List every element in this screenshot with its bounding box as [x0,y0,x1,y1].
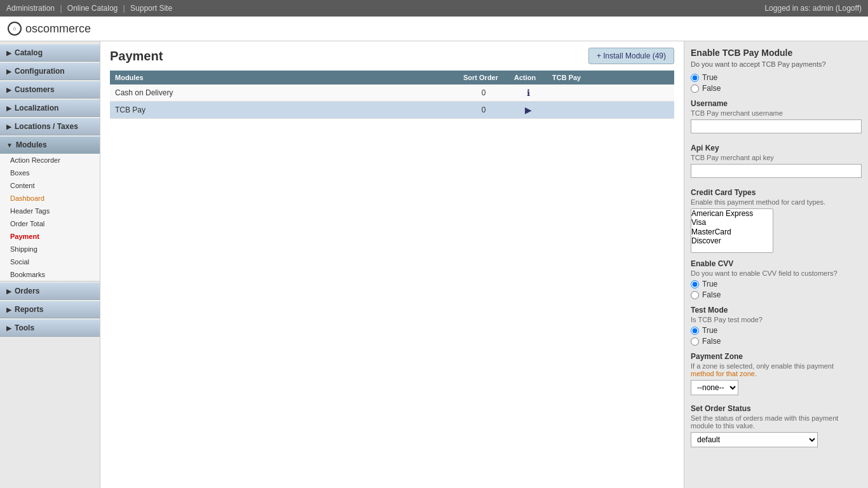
enable-cvv-radio-group: True False [691,280,862,299]
test-mode-false-label[interactable]: False [691,337,862,346]
sidebar-item-reports[interactable]: ▶ Reports [0,301,100,318]
arrow-icon: ▶ [6,68,11,75]
enable-cvv-true-radio[interactable] [691,280,699,288]
payment-zone-select[interactable]: --none-- [691,380,738,395]
nav-online-catalog[interactable]: Online Catalog [67,4,118,13]
sidebar-item-tools[interactable]: ▶ Tools [0,320,100,337]
sidebar-submenu-header-tags[interactable]: Header Tags [0,205,100,217]
sidebar-submenu-action-recorder[interactable]: Action Recorder [0,154,100,166]
sidebar-submenu-social[interactable]: Social [0,255,100,268]
api-key-input[interactable] [691,164,862,178]
install-module-button[interactable]: + Install Module (49) [588,48,674,64]
layout: ▶ Catalog ▶ Configuration ▶ Customers ▶ … [0,41,868,488]
set-order-status-select-wrap: default [691,432,862,450]
payment-zone-hint: If a zone is selected, only enable this … [691,362,862,377]
test-mode-hint: Is TCB Pay test mode? [691,316,862,323]
col-modules: Modules [110,71,458,85]
test-mode-true-label[interactable]: True [691,326,862,335]
sidebar-item-locations-taxes[interactable]: ▶ Locations / Taxes [0,118,100,135]
col-action: Action [509,71,547,85]
action-tcbpay[interactable]: ▶ [509,102,547,119]
sidebar-section-tools: ▶ Tools [0,320,100,337]
username-hint: TCB Pay merchant username [691,109,862,117]
sidebar-item-label: Reports [15,305,43,314]
tcb-col-cod [547,85,674,102]
test-mode-false-radio[interactable] [691,337,699,346]
enable-tcb-true-label[interactable]: True [691,73,862,82]
page-title: Payment [110,49,163,64]
card-option-amex[interactable]: American Express [691,209,773,218]
credit-card-label: Credit Card Types [691,188,862,197]
logo-text: oscommerce [25,22,91,36]
col-sort-order: Sort Order [458,71,509,85]
card-option-visa[interactable]: Visa [691,218,773,227]
modules-submenu: Action Recorder Boxes Content Dashboard … [0,154,100,281]
enable-cvv-true-text: True [702,280,717,288]
enable-cvv-false-radio[interactable] [691,291,699,299]
table-row: Cash on Delivery 0 ℹ [110,85,674,102]
table-row: TCB Pay 0 ▶ [110,102,674,119]
topbar: Administration | Online Catalog | Suppor… [0,0,868,17]
login-status: Logged in as: admin (Logoff) [764,4,862,13]
enable-cvv-hint: Do you want to enable CVV field to custo… [691,269,862,277]
sidebar-submenu-boxes[interactable]: Boxes [0,166,100,179]
sidebar-item-customers[interactable]: ▶ Customers [0,81,100,98]
nav-support-site[interactable]: Support Site [130,4,172,13]
sidebar-section-localization: ▶ Localization [0,100,100,117]
sidebar-item-catalog[interactable]: ▶ Catalog [0,44,100,62]
set-order-status-select[interactable]: default [691,432,818,447]
credit-card-select-wrap: American Express Visa MasterCard Discove… [691,208,773,253]
sidebar-item-configuration[interactable]: ▶ Configuration [0,63,100,80]
logo-icon: ○ [8,22,22,36]
sidebar-submenu-order-total[interactable]: Order Total [0,217,100,230]
enable-tcb-false-text: False [702,84,721,93]
sidebar-submenu-bookmarks[interactable]: Bookmarks [0,268,100,281]
test-mode-radio-group: True False [691,326,862,346]
sidebar-item-orders[interactable]: ▶ Orders [0,283,100,300]
arrow-icon: ▶ [6,325,11,332]
sidebar-item-label: Tools [15,323,34,332]
panel-subtitle: Do you want to accept TCB Pay payments? [691,60,862,68]
enable-tcb-false-radio[interactable] [691,85,699,93]
sidebar-submenu-payment[interactable]: Payment [0,230,100,243]
enable-cvv-true-label[interactable]: True [691,280,862,288]
card-option-mastercard[interactable]: MasterCard [691,227,773,236]
credit-card-hint: Enable this payment method for card type… [691,198,862,206]
sidebar-section-customers: ▶ Customers [0,81,100,98]
username-label: Username [691,99,862,108]
arrow-icon: ▶ [6,306,11,313]
sidebar-item-label: Configuration [15,67,65,76]
action-cod[interactable]: ℹ [509,85,547,102]
set-order-status-hint: Set the status of orders made with this … [691,414,862,430]
info-icon[interactable]: ℹ [527,88,530,98]
sidebar: ▶ Catalog ▶ Configuration ▶ Customers ▶ … [0,41,100,488]
enable-tcb-true-radio[interactable] [691,74,699,82]
payment-zone-hint-link[interactable]: method for that zone. [691,370,757,377]
sidebar-item-localization[interactable]: ▶ Localization [0,100,100,117]
test-mode-true-text: True [702,326,717,335]
test-mode-false-text: False [702,337,721,346]
logo: ○ oscommerce [8,22,91,36]
sidebar-submenu-content[interactable]: Content [0,179,100,192]
card-option-discover[interactable]: Discover [691,236,773,245]
enable-cvv-false-label[interactable]: False [691,290,862,299]
page-title-bar: Payment + Install Module (49) [110,48,674,64]
sidebar-item-label: Modules [16,140,47,149]
sidebar-section-catalog: ▶ Catalog [0,44,100,62]
test-mode-label: Test Mode [691,306,862,315]
username-input[interactable] [691,119,862,133]
sidebar-item-label: Customers [15,85,55,94]
test-mode-true-radio[interactable] [691,327,699,335]
sidebar-section-modules: ▼ Modules Action Recorder Boxes Content … [0,137,100,281]
sidebar-submenu-dashboard[interactable]: Dashboard [0,192,100,205]
play-icon[interactable]: ▶ [525,105,532,115]
arrow-icon: ▶ [6,105,11,112]
enable-cvv-false-text: False [702,290,721,299]
credit-card-types-select[interactable]: American Express Visa MasterCard Discove… [691,208,773,253]
col-tcb-pay: TCB Pay [547,71,674,85]
nav-administration[interactable]: Administration [6,4,55,13]
enable-tcb-false-label[interactable]: False [691,84,862,93]
sidebar-item-modules[interactable]: ▼ Modules [0,137,100,154]
arrow-icon: ▼ [6,142,13,149]
sidebar-submenu-shipping[interactable]: Shipping [0,243,100,255]
